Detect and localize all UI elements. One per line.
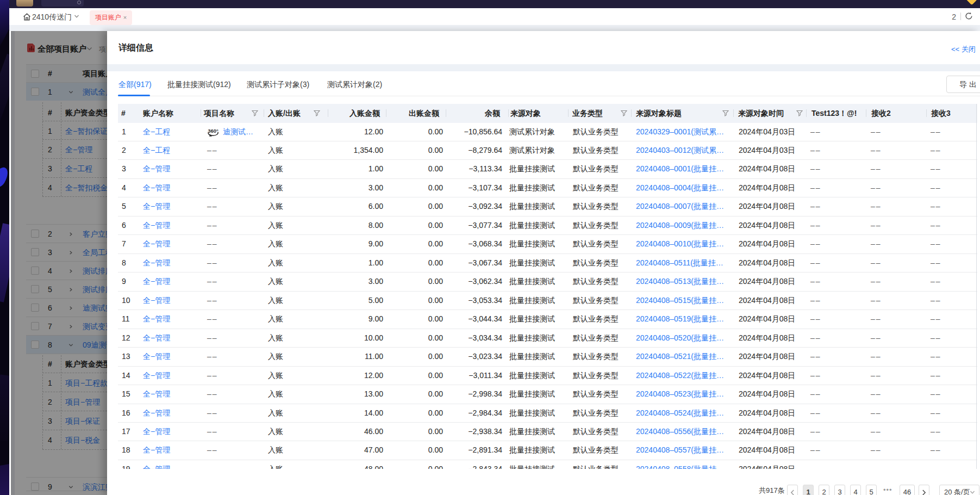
svg-text:360°: 360°	[208, 128, 219, 134]
